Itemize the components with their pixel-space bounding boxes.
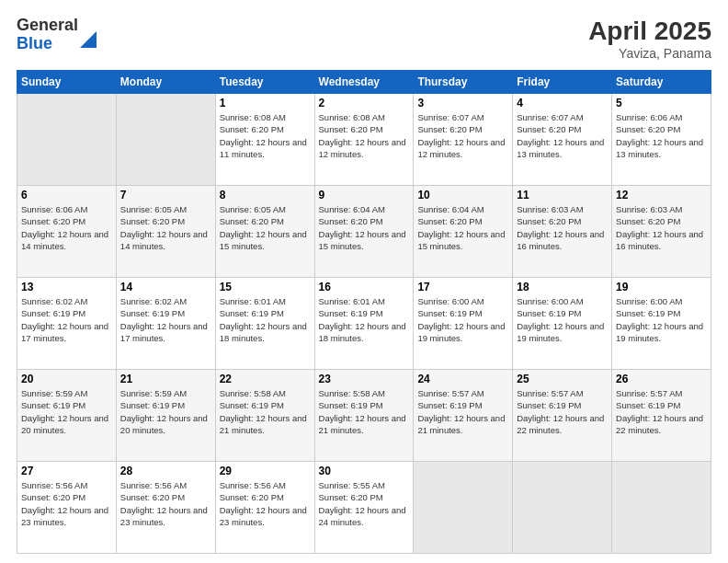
day-number: 10 [417,189,508,201]
logo-general: General [17,17,78,35]
table-row: 6Sunrise: 6:06 AM Sunset: 6:20 PM Daylig… [17,186,117,278]
location: Yaviza, Panama [588,46,711,61]
logo: General Blue [17,17,97,53]
title-block: April 2025 Yaviza, Panama [588,17,711,61]
day-number: 30 [319,465,410,477]
table-row: 8Sunrise: 6:05 AM Sunset: 6:20 PM Daylig… [215,186,314,278]
day-number: 1 [220,97,311,109]
table-row: 4Sunrise: 6:07 AM Sunset: 6:20 PM Daylig… [513,94,612,186]
table-row: 29Sunrise: 5:56 AM Sunset: 6:20 PM Dayli… [215,462,314,554]
table-row: 11Sunrise: 6:03 AM Sunset: 6:20 PM Dayli… [513,186,612,278]
day-info: Sunrise: 6:03 AM Sunset: 6:20 PM Dayligh… [616,203,707,252]
table-row: 14Sunrise: 6:02 AM Sunset: 6:19 PM Dayli… [116,278,215,370]
day-number: 25 [517,373,608,385]
day-info: Sunrise: 5:57 AM Sunset: 6:19 PM Dayligh… [616,387,707,436]
day-info: Sunrise: 6:04 AM Sunset: 6:20 PM Dayligh… [417,203,508,252]
day-number: 28 [120,465,211,477]
day-info: Sunrise: 5:59 AM Sunset: 6:19 PM Dayligh… [120,387,211,436]
header-friday: Friday [513,71,612,94]
table-row: 18Sunrise: 6:00 AM Sunset: 6:19 PM Dayli… [513,278,612,370]
day-info: Sunrise: 5:56 AM Sunset: 6:20 PM Dayligh… [220,479,311,528]
header-wednesday: Wednesday [314,71,414,94]
day-info: Sunrise: 6:01 AM Sunset: 6:19 PM Dayligh… [319,295,410,344]
table-row: 16Sunrise: 6:01 AM Sunset: 6:19 PM Dayli… [314,278,414,370]
table-row: 27Sunrise: 5:56 AM Sunset: 6:20 PM Dayli… [17,462,117,554]
table-row: 17Sunrise: 6:00 AM Sunset: 6:19 PM Dayli… [414,278,513,370]
table-row: 22Sunrise: 5:58 AM Sunset: 6:19 PM Dayli… [215,370,314,462]
day-number: 16 [319,281,410,293]
day-number: 14 [120,281,211,293]
day-number: 7 [120,189,211,201]
day-info: Sunrise: 6:00 AM Sunset: 6:19 PM Dayligh… [417,295,508,344]
day-info: Sunrise: 6:06 AM Sunset: 6:20 PM Dayligh… [21,203,112,252]
table-row: 2Sunrise: 6:08 AM Sunset: 6:20 PM Daylig… [314,94,414,186]
day-info: Sunrise: 6:04 AM Sunset: 6:20 PM Dayligh… [319,203,410,252]
day-number: 8 [220,189,311,201]
header-monday: Monday [116,71,215,94]
month-title: April 2025 [588,17,711,46]
day-info: Sunrise: 5:57 AM Sunset: 6:19 PM Dayligh… [417,387,508,436]
day-info: Sunrise: 6:05 AM Sunset: 6:20 PM Dayligh… [220,203,311,252]
day-number: 2 [319,97,410,109]
day-info: Sunrise: 6:08 AM Sunset: 6:20 PM Dayligh… [220,111,311,160]
day-info: Sunrise: 6:08 AM Sunset: 6:20 PM Dayligh… [319,111,410,160]
table-row: 1Sunrise: 6:08 AM Sunset: 6:20 PM Daylig… [215,94,314,186]
day-number: 22 [220,373,311,385]
table-row [116,94,215,186]
day-number: 15 [220,281,311,293]
day-info: Sunrise: 5:59 AM Sunset: 6:19 PM Dayligh… [21,387,112,436]
table-row [414,462,513,554]
day-number: 5 [616,97,707,109]
day-info: Sunrise: 5:56 AM Sunset: 6:20 PM Dayligh… [120,479,211,528]
day-info: Sunrise: 5:56 AM Sunset: 6:20 PM Dayligh… [21,479,112,528]
day-info: Sunrise: 5:58 AM Sunset: 6:19 PM Dayligh… [319,387,410,436]
table-row: 19Sunrise: 6:00 AM Sunset: 6:19 PM Dayli… [612,278,711,370]
day-number: 4 [517,97,608,109]
day-info: Sunrise: 6:00 AM Sunset: 6:19 PM Dayligh… [517,295,608,344]
day-info: Sunrise: 6:06 AM Sunset: 6:20 PM Dayligh… [616,111,707,160]
day-number: 11 [517,189,608,201]
table-row: 26Sunrise: 5:57 AM Sunset: 6:19 PM Dayli… [612,370,711,462]
day-info: Sunrise: 6:02 AM Sunset: 6:19 PM Dayligh… [120,295,211,344]
day-info: Sunrise: 6:02 AM Sunset: 6:19 PM Dayligh… [21,295,112,344]
day-number: 24 [417,373,508,385]
table-row: 15Sunrise: 6:01 AM Sunset: 6:19 PM Dayli… [215,278,314,370]
day-number: 20 [21,373,112,385]
table-row: 12Sunrise: 6:03 AM Sunset: 6:20 PM Dayli… [612,186,711,278]
table-row [17,94,117,186]
day-info: Sunrise: 6:00 AM Sunset: 6:19 PM Dayligh… [616,295,707,344]
table-row: 24Sunrise: 5:57 AM Sunset: 6:19 PM Dayli… [414,370,513,462]
table-row: 3Sunrise: 6:07 AM Sunset: 6:20 PM Daylig… [414,94,513,186]
day-info: Sunrise: 5:57 AM Sunset: 6:19 PM Dayligh… [517,387,608,436]
day-number: 3 [417,97,508,109]
table-row: 30Sunrise: 5:55 AM Sunset: 6:20 PM Dayli… [314,462,414,554]
table-row: 28Sunrise: 5:56 AM Sunset: 6:20 PM Dayli… [116,462,215,554]
table-row: 5Sunrise: 6:06 AM Sunset: 6:20 PM Daylig… [612,94,711,186]
day-number: 19 [616,281,707,293]
day-number: 6 [21,189,112,201]
table-row: 9Sunrise: 6:04 AM Sunset: 6:20 PM Daylig… [314,186,414,278]
day-info: Sunrise: 6:07 AM Sunset: 6:20 PM Dayligh… [517,111,608,160]
day-number: 9 [319,189,410,201]
table-row: 7Sunrise: 6:05 AM Sunset: 6:20 PM Daylig… [116,186,215,278]
day-number: 26 [616,373,707,385]
logo-blue: Blue [17,35,78,53]
table-row: 25Sunrise: 5:57 AM Sunset: 6:19 PM Dayli… [513,370,612,462]
day-number: 29 [220,465,311,477]
header: General Blue April 2025 Yaviza, Panama [17,17,711,61]
day-number: 17 [417,281,508,293]
table-row: 23Sunrise: 5:58 AM Sunset: 6:19 PM Dayli… [314,370,414,462]
logo-icon [80,31,97,48]
header-sunday: Sunday [17,71,117,94]
day-number: 12 [616,189,707,201]
table-row: 13Sunrise: 6:02 AM Sunset: 6:19 PM Dayli… [17,278,117,370]
table-row: 21Sunrise: 5:59 AM Sunset: 6:19 PM Dayli… [116,370,215,462]
day-number: 21 [120,373,211,385]
day-info: Sunrise: 6:01 AM Sunset: 6:19 PM Dayligh… [220,295,311,344]
day-info: Sunrise: 6:05 AM Sunset: 6:20 PM Dayligh… [120,203,211,252]
day-number: 18 [517,281,608,293]
day-info: Sunrise: 5:55 AM Sunset: 6:20 PM Dayligh… [319,479,410,528]
day-info: Sunrise: 6:03 AM Sunset: 6:20 PM Dayligh… [517,203,608,252]
day-info: Sunrise: 5:58 AM Sunset: 6:19 PM Dayligh… [220,387,311,436]
header-thursday: Thursday [414,71,513,94]
